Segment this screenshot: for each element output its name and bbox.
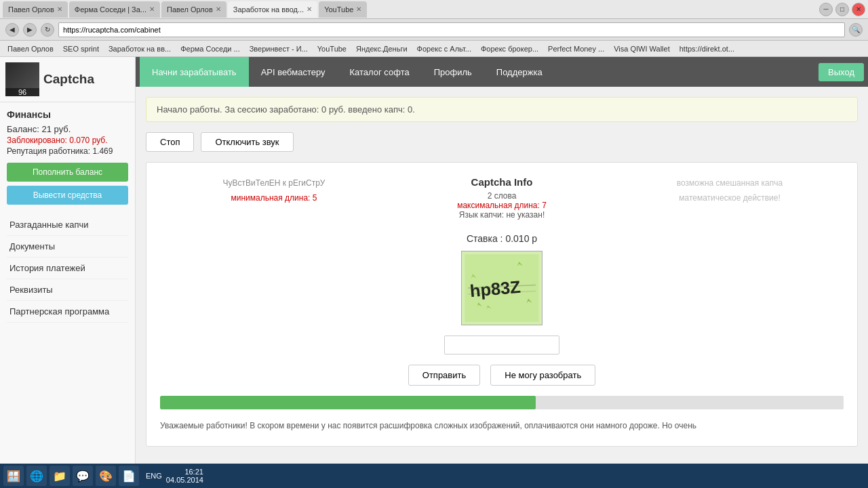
min-length-value: 5 [313, 193, 317, 203]
tab-5[interactable]: YouTube ✕ [319, 1, 367, 18]
tab-3[interactable]: Павел Орлов ✕ [161, 1, 226, 18]
tab-4-close[interactable]: ✕ [307, 5, 312, 13]
captcha-image: hp83Z [461, 251, 542, 325]
bookmark-6[interactable]: YouTube [314, 43, 350, 54]
taskbar-system-area: ENG 16:21 04.05.2014 [142, 468, 213, 484]
tab-1-close[interactable]: ✕ [57, 5, 62, 13]
cant-solve-button[interactable]: Не могу разобрать [490, 365, 595, 386]
nav-api[interactable]: API вебмастеру [249, 57, 338, 87]
nav-catalog[interactable]: Каталог софта [338, 57, 422, 87]
blocked-value: 0.070 руб. [69, 136, 107, 145]
sidebar-item-history[interactable]: История платежей [7, 258, 128, 279]
page-wrapper: 96 Captcha Начни зарабатывать API вебмас… [0, 57, 868, 488]
top-navbar: Начни зарабатывать API вебмастеру Катало… [136, 57, 868, 87]
main-content: Начало работы. За сессию заработано: 0 р… [136, 87, 868, 457]
submit-button[interactable]: Отправить [408, 365, 480, 386]
mute-button[interactable]: Отключить звук [201, 132, 293, 152]
status-bar: Начало работы. За сессию заработано: 0 р… [146, 97, 858, 122]
captcha-info-title: Captcha Info [388, 176, 616, 188]
captcha-info-left: ЧуВстВиТелЕН к рЕгиСтрУ минимальная длин… [160, 176, 388, 220]
maximize-button[interactable]: □ [835, 3, 849, 16]
taskbar-chrome-icon[interactable]: 🌐 [26, 466, 47, 486]
finances-section: Финансы Баланс: 21 руб. Заблокировано: 0… [0, 102, 135, 211]
captcha-language: Язык капчи: не указан! [388, 210, 616, 220]
back-button[interactable]: ◀ [5, 23, 19, 37]
captcha-case-sensitive: ЧуВстВиТелЕН к рЕгиСтрУ [160, 176, 388, 191]
sidebar-item-partner[interactable]: Партнерская программа [7, 301, 128, 323]
tab-3-close[interactable]: ✕ [216, 5, 221, 13]
tab-2-close[interactable]: ✕ [149, 5, 155, 13]
close-button[interactable]: ✕ [852, 3, 865, 16]
minimize-button[interactable]: ─ [819, 3, 833, 16]
logo-area: 96 Captcha [0, 57, 135, 102]
bookmark-10[interactable]: Perfect Money ... [545, 43, 608, 54]
taskbar-chat-icon[interactable]: 💬 [73, 466, 93, 486]
bookmark-8[interactable]: Форекс с Альт... [414, 43, 475, 54]
bookmarks-bar: Павел Орлов SEO sprint Заработок на вв..… [0, 41, 868, 57]
taskbar-adobe-icon[interactable]: 🎨 [96, 466, 116, 486]
captcha-info-right: возможна смешанная капча математическое … [616, 176, 844, 220]
sidebar-nav: Разгаданные капчи Документы История плат… [0, 211, 135, 325]
address-bar[interactable] [58, 22, 845, 37]
nav-start-earning[interactable]: Начни зарабатывать [140, 57, 249, 87]
exit-button[interactable]: Выход [818, 63, 864, 81]
captcha-info-center: Captcha Info 2 слова максимальная длина:… [388, 176, 616, 220]
taskbar-windows-icon[interactable]: 🪟 [3, 466, 24, 486]
captcha-math: математическое действие! [616, 191, 844, 206]
bookmark-1[interactable]: Павел Орлов [4, 43, 57, 54]
reputation-label: Репутация работника: [7, 146, 90, 156]
reputation-row: Репутация работника: 1.469 [7, 146, 128, 156]
bookmark-11[interactable]: Visa QIWI Wallet [610, 43, 673, 54]
sidebar: 96 Captcha Начни зарабатывать API вебмас… [0, 57, 136, 488]
captcha-min-length: минимальная длина: 5 [160, 191, 388, 206]
max-length-value: 7 [542, 201, 547, 210]
taskbar: 🪟 🌐 📁 💬 🎨 📄 ENG 16:21 04.05.2014 [0, 464, 868, 488]
bookmark-12[interactable]: https://direkt.ot... [676, 43, 738, 54]
bookmark-3[interactable]: Заработок на вв... [105, 43, 174, 54]
captcha-input[interactable] [444, 336, 559, 354]
tab-1[interactable]: Павел Орлов ✕ [3, 1, 68, 18]
forward-button[interactable]: ▶ [23, 23, 37, 37]
tab-2[interactable]: Ферма Соседи | За... ✕ [69, 1, 160, 18]
browser-controls: ◀ ▶ ↻ 🔍 [0, 19, 868, 41]
captcha-words: 2 слова [388, 191, 616, 201]
withdraw-button[interactable]: Вывести средства [7, 186, 128, 205]
stop-button[interactable]: Стоп [146, 132, 194, 152]
sidebar-item-solved[interactable]: Разгаданные капчи [7, 214, 128, 236]
captcha-submit-row: Отправить Не могу разобрать [160, 365, 844, 386]
taskbar-files-icon[interactable]: 📁 [50, 466, 70, 486]
blocked-row: Заблокировано: 0.070 руб. [7, 136, 128, 145]
sidebar-item-requisites[interactable]: Реквизиты [7, 279, 128, 301]
taskbar-lang: ENG [146, 472, 162, 480]
finances-title: Финансы [7, 109, 128, 120]
sidebar-item-docs[interactable]: Документы [7, 236, 128, 258]
bookmark-5[interactable]: Зверинвест - И... [246, 43, 311, 54]
nav-support[interactable]: Поддержка [484, 57, 555, 87]
logo-score: 96 [5, 88, 39, 96]
nav-profile[interactable]: Профиль [422, 57, 484, 87]
refresh-button[interactable]: ↻ [41, 23, 54, 37]
captcha-mixed: возможна смешанная капча [616, 176, 844, 191]
balance-value: 21 руб. [42, 124, 71, 134]
bookmark-9[interactable]: Форекс брокер... [477, 43, 542, 54]
bookmark-2[interactable]: SEO sprint [60, 43, 102, 54]
balance-label: Баланс: [7, 124, 39, 134]
browser-titlebar: Павел Орлов ✕ Ферма Соседи | За... ✕ Пав… [0, 0, 868, 19]
captcha-image-section: Ставка : 0.010 р hp83Z [160, 233, 844, 325]
taskbar-doc-icon[interactable]: 📄 [119, 466, 139, 486]
browser-chrome: Павел Орлов ✕ Ферма Соседи | За... ✕ Пав… [0, 0, 868, 57]
min-length-label: минимальная длина: [231, 193, 311, 203]
tab-3-label: Павел Орлов [167, 5, 213, 14]
deposit-button[interactable]: Пополнить баланс [7, 163, 128, 182]
search-button[interactable]: 🔍 [849, 23, 863, 37]
tab-5-label: YouTube [324, 5, 353, 14]
tab-2-label: Ферма Соседи | За... [75, 5, 146, 14]
balance-row: Баланс: 21 руб. [7, 124, 128, 134]
max-length-label: максимальная длина: [457, 201, 540, 210]
tab-4-active[interactable]: Заработок на ввод... ✕ [228, 1, 317, 18]
bookmark-7[interactable]: Яндекс.Деньги [353, 43, 411, 54]
tab-5-close[interactable]: ✕ [356, 5, 361, 13]
bookmark-4[interactable]: Ферма Соседи ... [177, 43, 243, 54]
taskbar-clock: 16:21 [166, 468, 203, 476]
reputation-value: 1.469 [92, 146, 113, 156]
